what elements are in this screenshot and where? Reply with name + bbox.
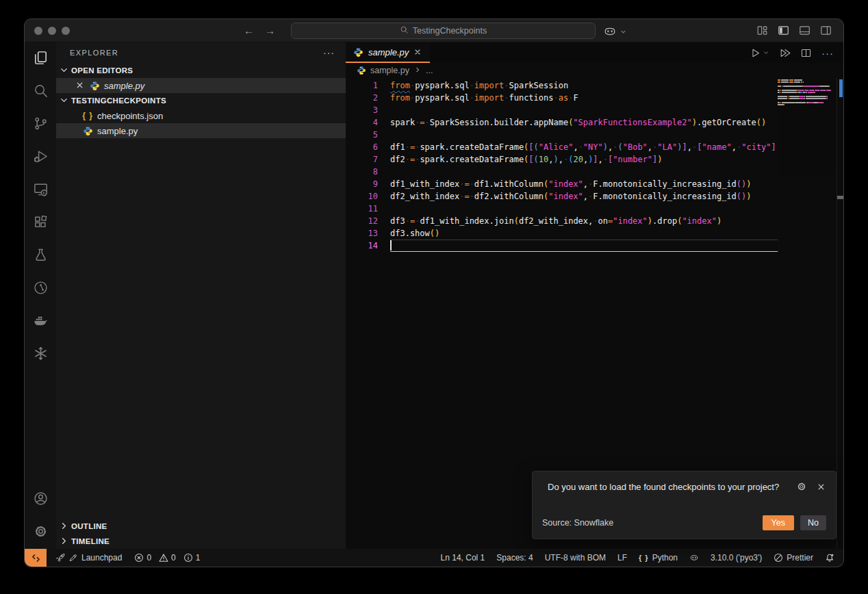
activity-run-and-debug[interactable] [25,141,56,174]
status-python-version[interactable]: 3.10.0 ('pyo3') [711,553,762,563]
activity-source-control[interactable] [25,108,56,141]
line-number: 12 [346,215,390,227]
activity-explorer[interactable] [25,42,56,75]
code-line[interactable]: 10df2_with_index·=·df2.withColumn("index… [346,190,843,203]
activity-snowflake[interactable] [25,338,56,371]
extensions-icon [33,214,49,233]
code-line[interactable]: 5 [346,129,843,141]
open-editor-sample-py[interactable]: sample.py [56,78,346,93]
info-small-icon [183,553,193,563]
status-notifications-bell[interactable] [825,553,834,563]
activity-bar [25,42,56,549]
activity-testing[interactable] [25,240,56,272]
status-line-col[interactable]: Ln 14, Col 1 [441,553,485,563]
code-line[interactable]: 7df2·=·spark.createDataFrame([(10,),·(20… [346,153,843,166]
code-line[interactable]: 13df3.show() [346,227,843,240]
status-launchpad[interactable]: Launchpad [55,553,122,563]
line-number: 11 [346,203,390,215]
forward-arrow-icon[interactable]: → [265,25,275,36]
status-copilot-status[interactable] [689,553,699,563]
line-text: df1·=·spark.createDataFrame([("Alice",·"… [390,141,776,153]
toggle-secondary-sidebar-icon[interactable] [819,24,832,37]
status-formatter[interactable]: Prettier [774,553,813,563]
open-editors-section-header[interactable]: OPEN EDITORS [56,63,346,78]
code-line[interactable]: 4spark·=·SparkSession.builder.appName("S… [346,116,843,129]
close-tab-icon[interactable] [413,48,422,57]
gear-icon[interactable] [796,481,807,492]
code-line[interactable]: 11 [346,203,843,215]
status-problems[interactable]: 001 [134,553,200,563]
search-icon [400,25,409,36]
code-line[interactable]: 6df1·=·spark.createDataFrame([("Alice",·… [346,141,843,153]
graph-icon [33,280,49,298]
account-icon [33,491,49,509]
status-bar: Launchpad001 Ln 14, Col 1Spaces: 4UTF-8 … [25,549,843,567]
split-editor-button[interactable] [800,47,812,59]
run-python-file-button[interactable] [750,47,769,59]
no-button[interactable]: No [800,515,826,530]
activity-extensions[interactable] [25,207,56,240]
toggle-primary-sidebar-icon[interactable] [777,24,790,37]
command-center-search[interactable]: TestingCheckpoints [291,23,596,39]
toggle-panel-icon[interactable] [798,24,811,37]
line-number: 9 [346,178,390,190]
code-line[interactable]: 2from·pyspark.sql·import·functions·as·F [346,92,843,104]
remote-indicator[interactable] [25,549,47,567]
workspace-section-header[interactable]: TESTINGCHECKPOINTS [56,93,346,108]
window-controls [34,27,70,35]
editor-more-actions-icon[interactable]: ··· [821,47,834,59]
minimize-window-button[interactable] [48,27,56,35]
code-line[interactable]: 12df3·=·df1_with_index.join(df2_with_ind… [346,215,843,227]
prettier-icon [774,553,783,563]
line-text: df2·=·spark.createDataFrame([(10,),·(20,… [390,153,663,166]
copilot-menu[interactable] [603,25,627,38]
code-line[interactable]: 8 [346,166,843,178]
status-eol[interactable]: LF [617,553,627,563]
close-editor-icon[interactable] [75,81,85,90]
status-encoding[interactable]: UTF-8 with BOM [545,553,606,563]
title-bar: ← → TestingCheckpoints [25,19,843,42]
breadcrumb[interactable]: sample.py ... [346,63,843,78]
activity-search[interactable] [25,75,56,108]
close-icon[interactable] [817,482,826,491]
chevron-down-icon [763,49,769,56]
overview-ruler[interactable] [837,78,843,549]
file-checkpoints-json[interactable]: { } checkpoints.json [56,108,346,123]
line-number: 14 [346,240,390,252]
code-line[interactable]: 14 [346,240,843,252]
chevron-down-icon [59,65,69,77]
search-icon [33,83,49,101]
chevron-down-icon [59,95,69,107]
chevron-right-icon [59,536,69,547]
bell-icon [825,553,834,563]
line-text: from·pyspark.sql·import·SparkSession [390,79,568,92]
run-all-button[interactable] [779,47,791,59]
error-icon [134,553,144,563]
braces-icon: { } [639,554,649,562]
timeline-section-header[interactable]: TIMELINE [56,534,346,549]
activity-accounts[interactable] [25,483,56,516]
customize-layout-icon[interactable] [756,24,769,37]
status-language-mode[interactable]: { }Python [639,553,678,563]
activity-remote-explorer[interactable] [25,174,56,207]
back-arrow-icon[interactable]: ← [244,25,254,36]
outline-section-header[interactable]: OUTLINE [56,519,346,534]
code-line[interactable]: 1from·pyspark.sql·import·SparkSession [346,79,843,92]
info-marker [839,79,843,97]
code-line[interactable]: 9df1_with_index·=·df1.withColumn("index"… [346,178,843,190]
code-line[interactable]: 3 [346,104,843,116]
yes-button[interactable]: Yes [763,515,794,530]
status-indentation[interactable]: Spaces: 4 [496,553,533,563]
notification-source: Source: Snowflake [542,518,613,528]
activity-commit-graph[interactable] [25,272,56,305]
file-sample-py[interactable]: sample.py [56,123,346,138]
close-window-button[interactable] [34,27,42,35]
explorer-more-actions-icon[interactable]: ··· [323,47,335,58]
line-number: 3 [346,104,390,116]
activity-docker[interactable] [25,305,56,338]
activity-settings[interactable] [25,516,56,549]
tab-sample-py[interactable]: sample.py [346,42,430,63]
python-file-icon [82,125,93,136]
zoom-window-button[interactable] [62,27,70,35]
notification-toast: Do you want to load the found checkpoint… [532,471,837,539]
